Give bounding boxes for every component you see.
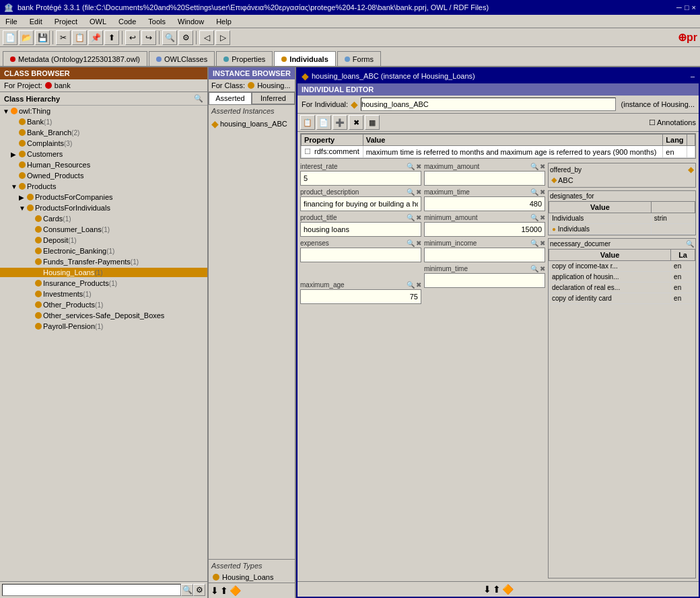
menu-file[interactable]: File [3, 17, 20, 26]
menu-tools[interactable]: Tools [145, 17, 168, 26]
prop-input-product-title[interactable] [300, 222, 421, 237]
tree-row-cards[interactable]: Cards (1) [0, 214, 207, 223]
redo-button[interactable]: ↪ [141, 30, 156, 45]
tab-metadata[interactable]: Metadata (Ontology1225301387.owl) [3, 51, 147, 66]
list-item-housing-loans-abc[interactable]: ◆ housing_loans_ABC [209, 117, 295, 130]
menu-window[interactable]: Window [175, 17, 207, 26]
toggle-productsforcompanies[interactable]: ▶ [19, 194, 26, 201]
prop-input-maximum-time[interactable] [424, 196, 545, 211]
tree-row-fundstransfer[interactable]: Funds_Transfer-Payments (1) [0, 257, 207, 266]
tab-owlclasses[interactable]: OWLClasses [149, 51, 215, 66]
tree-row-housingloans[interactable]: Housing_Loans (1) [0, 268, 207, 277]
prop-input-minimum-amount[interactable] [424, 222, 545, 237]
undo-button[interactable]: ↩ [125, 30, 140, 45]
prop-delete-icon-minimum-time[interactable]: ✖ [540, 265, 545, 272]
ind-copy-button[interactable]: 📄 [316, 115, 331, 130]
menu-edit[interactable]: Edit [27, 17, 45, 26]
prop-delete-icon-expenses[interactable]: ✖ [416, 239, 421, 247]
tab-properties[interactable]: Properties [216, 51, 273, 66]
prop-delete-icon-product-description[interactable]: ✖ [416, 188, 421, 196]
tree-row-productsforcompanies[interactable]: ▶ ProductsForCompanies [0, 192, 207, 202]
nav-back-button[interactable]: ◁ [199, 30, 214, 45]
tree-row-owlthing[interactable]: ▼ owl:Thing [0, 106, 207, 116]
class-search-button[interactable]: 🔍 [181, 584, 193, 596]
prop-input-maximum-amount[interactable] [424, 171, 545, 186]
prop-delete-icon-maximum-time[interactable]: ✖ [540, 188, 545, 196]
tree-row-ownedproducts[interactable]: Owned_Products [0, 171, 207, 180]
prop-search-icon-product-title[interactable]: 🔍 [407, 214, 415, 221]
copy-button[interactable]: 📋 [72, 30, 87, 45]
prop-delete-icon-maximum-amount[interactable]: ✖ [540, 163, 545, 170]
tree-row-payrollpension[interactable]: Payroll-Pension (1) [0, 322, 207, 331]
instance-add-button[interactable]: ⬇ [211, 585, 219, 596]
cut-button[interactable]: ✂ [56, 30, 71, 45]
prop-input-minimum-income[interactable] [424, 248, 545, 262]
find-button[interactable]: 🔍 [162, 30, 177, 45]
tree-row-humanresources[interactable]: Human_Resources [0, 160, 207, 170]
tree-row-bank[interactable]: Bank (1) [0, 117, 207, 126]
toggle-products[interactable]: ▼ [11, 183, 18, 190]
annotations-checkbox[interactable]: ☐ [649, 118, 656, 127]
prop-search-icon-minimum-time[interactable]: 🔍 [530, 265, 538, 272]
tree-row-electronicbanking[interactable]: Electronic_Banking (1) [0, 246, 207, 256]
necessary-docs-search-icon[interactable]: 🔍 [686, 240, 694, 248]
toggle-owlthing[interactable]: ▼ [3, 108, 9, 115]
tree-row-otherservices[interactable]: Other_services-Safe_Deposit_Boxes [0, 311, 207, 320]
tab-asserted[interactable]: Asserted [209, 92, 252, 104]
new-button[interactable]: 📄 [3, 30, 18, 45]
prop-input-minimum-time[interactable] [424, 273, 545, 288]
open-button[interactable]: 📂 [19, 30, 34, 45]
prop-search-icon-interest-rate[interactable]: 🔍 [407, 163, 415, 170]
prop-search-icon-minimum-income[interactable]: 🔍 [530, 239, 538, 247]
prop-input-expenses[interactable] [300, 248, 421, 262]
prop-delete-icon-maximum-age[interactable]: ✖ [416, 281, 421, 289]
tree-row-deposit[interactable]: Deposit (1) [0, 235, 207, 245]
tree-row-investments[interactable]: Investments (1) [0, 289, 207, 299]
instance-orange-button[interactable]: 🔶 [230, 585, 241, 596]
tree-row-productsforindividuals[interactable]: ▼ ProductsForIndividuals [0, 203, 207, 213]
tree-row-bankbranch[interactable]: Bank_Branch (2) [0, 128, 207, 137]
offered-by-icon[interactable]: ◆ [688, 165, 694, 174]
tree-row-customers[interactable]: ▶ Customers [0, 149, 207, 159]
prop-search-icon-minimum-amount[interactable]: 🔍 [530, 214, 538, 221]
class-search-input[interactable] [2, 584, 181, 596]
prop-delete-icon-interest-rate[interactable]: ✖ [416, 163, 421, 170]
ind-new-button[interactable]: 📋 [300, 115, 315, 130]
tree-row-products[interactable]: ▼ Products [0, 182, 207, 191]
menu-project[interactable]: Project [52, 17, 80, 26]
prop-search-icon-maximum-age[interactable]: 🔍 [407, 281, 415, 289]
ind-bottom-btn-1[interactable]: ⬇ [483, 584, 491, 595]
menu-code[interactable]: Code [116, 17, 139, 26]
prop-input-interest-rate[interactable] [300, 171, 421, 186]
maximize-button[interactable]: □ [685, 3, 689, 11]
tree-row-otherproducts[interactable]: Other_Products (1) [0, 300, 207, 309]
tab-inferred[interactable]: Inferred [252, 92, 295, 104]
prop-delete-icon-minimum-income[interactable]: ✖ [540, 239, 545, 247]
tab-individuals[interactable]: Individuals [274, 51, 335, 66]
tree-row-consumerloans[interactable]: Consumer_Loans (1) [0, 225, 207, 234]
ind-bottom-btn-3[interactable]: 🔶 [502, 584, 514, 595]
export-button[interactable]: ⬆ [104, 30, 119, 45]
save-button[interactable]: 💾 [35, 30, 50, 45]
toggle-customers[interactable]: ▶ [11, 151, 18, 158]
search-icon[interactable]: 🔍 [194, 94, 203, 103]
prop-delete-icon-product-title[interactable]: ✖ [416, 214, 421, 221]
prop-search-icon-expenses[interactable]: 🔍 [407, 239, 415, 247]
prop-search-icon-maximum-time[interactable]: 🔍 [530, 188, 538, 196]
paste-button[interactable]: 📌 [88, 30, 103, 45]
menu-help[interactable]: Help [213, 17, 234, 26]
tree-row-insuranceproducts[interactable]: Insurance_Products (1) [0, 278, 207, 288]
prop-input-maximum-age[interactable] [300, 289, 421, 304]
prop-delete-icon-minimum-amount[interactable]: ✖ [540, 214, 545, 221]
ind-bottom-btn-2[interactable]: ⬆ [493, 584, 501, 595]
ind-delete-button[interactable]: ✖ [349, 115, 363, 130]
close-button[interactable]: × [692, 3, 696, 11]
for-individual-input[interactable] [361, 98, 615, 111]
prop-search-icon-product-description[interactable]: 🔍 [407, 188, 415, 196]
nav-forward-button[interactable]: ▷ [215, 30, 230, 45]
ind-add-button[interactable]: ➕ [332, 115, 347, 130]
prop-search-icon-maximum-amount[interactable]: 🔍 [530, 163, 538, 170]
tab-forms[interactable]: Forms [337, 51, 381, 66]
minimize-button[interactable]: ─ [676, 3, 682, 11]
class-filter-button[interactable]: ⚙ [193, 584, 205, 596]
